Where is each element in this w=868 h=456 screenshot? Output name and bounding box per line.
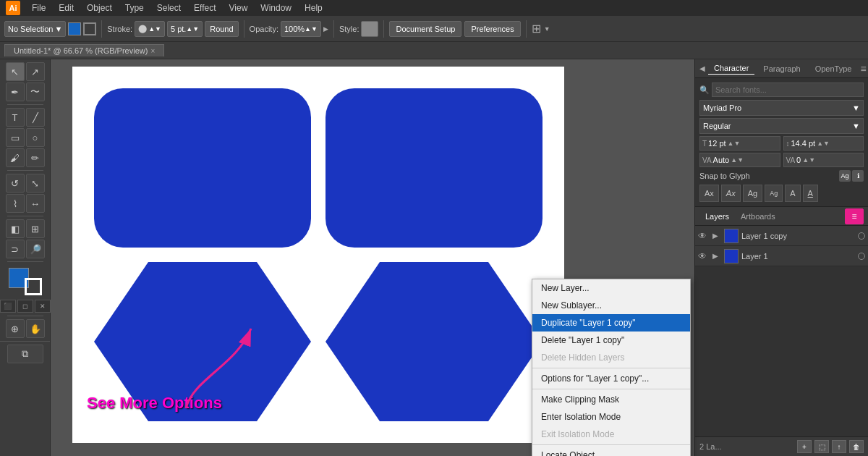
none-mode-tool[interactable]: ✕ [35,300,51,313]
kerning-field[interactable]: VA Auto ▲▼ [699,153,780,167]
ctx-delete-layer-copy[interactable]: Delete "Layer 1 copy" [532,332,690,349]
weight-box[interactable]: 5 pt. ▲▼ [167,21,203,37]
layers-menu-button[interactable]: ≡ [845,208,864,224]
style-box[interactable] [361,21,378,37]
ctx-new-layer[interactable]: New Layer... [532,279,690,297]
zoom-tool[interactable]: ⊕ [6,319,25,338]
tab-close-button[interactable]: × [150,47,155,55]
shape-hexagon-2[interactable] [326,262,542,421]
width-tool[interactable]: ↔ [26,194,45,213]
scale-tool[interactable]: ⤡ [26,174,45,193]
snap-icon-info[interactable]: ℹ [852,170,864,182]
recolor-tools-row: ⊃ 🔎 [6,240,45,258]
pencil-tool[interactable]: ✏ [26,148,45,167]
menu-help[interactable]: Help [299,1,328,14]
tab-artboards[interactable]: Artboards [735,211,781,222]
shape-rounded-rect-2[interactable] [326,88,542,248]
menu-object[interactable]: Object [81,1,118,14]
layer-target-copy[interactable] [858,232,865,240]
layer-item-copy[interactable]: 👁 ▶ Layer 1 copy [695,226,868,246]
artboard-tool[interactable]: ⧉ [7,345,43,363]
layer-expand-copy[interactable]: ▶ [712,232,721,240]
curvature-tool[interactable]: 〜 [26,83,45,101]
ctx-clipping-mask[interactable]: Make Clipping Mask [532,391,690,408]
layer-expand-1[interactable]: ▶ [712,252,721,260]
snap-icons: Ag ℹ [839,170,864,182]
transform-tools-row: ↺ ⤡ [6,174,45,193]
stroke-color-swatch[interactable] [83,22,96,35]
shape-hexagon-1[interactable] [94,262,311,421]
text-tool[interactable]: T [6,108,25,127]
ctx-enter-isolation[interactable]: Enter Isolation Mode [532,408,690,426]
select-tool[interactable]: ↖ [6,62,25,81]
ctx-options-layer[interactable]: Options for "Layer 1 copy"... [532,370,690,387]
panel-collapse-icon[interactable]: ◀ [699,64,705,72]
menu-effect[interactable]: Effect [188,1,221,14]
blend-tool[interactable]: ⊃ [6,240,25,258]
type-btn-a-sub[interactable]: A [803,185,818,202]
font-size-field[interactable]: T 12 pt ▲▼ [699,136,780,151]
leading-field[interactable]: ↕ 14.4 pt ▲▼ [783,136,864,151]
eyedropper-tool[interactable]: 🔎 [26,240,45,258]
new-layer-btn[interactable]: + [797,440,812,453]
menu-view[interactable]: View [224,1,254,14]
paint-tool[interactable]: 🖌 [6,148,25,167]
tracking-field[interactable]: VA 0 ▲▼ [783,153,864,167]
direct-select-tool[interactable]: ↗ [26,62,45,81]
font-dropdown[interactable]: Myriad Pro ▼ [699,100,864,116]
shape-rounded-rect-1[interactable] [94,88,311,248]
tab-character[interactable]: Character [708,62,754,75]
doc-setup-button[interactable]: Document Setup [389,21,461,37]
mesh-tool[interactable]: ⊞ [26,219,45,238]
tab-opentype[interactable]: OpenType [809,63,858,75]
type-btn-ag-small[interactable]: Ag [765,185,783,202]
ctx-new-sublayer[interactable]: New Sublayer... [532,297,690,314]
hand-tool[interactable]: ✋ [26,319,45,338]
ellipse-tool[interactable]: ○ [26,128,45,147]
menu-type[interactable]: Type [119,1,150,14]
menu-file[interactable]: File [26,1,51,14]
selection-dropdown[interactable]: No Selection ▼ [4,21,66,37]
font-search-input[interactable] [712,83,864,97]
layer-target-1[interactable] [858,253,865,260]
tool-separator-2 [7,170,43,171]
layers-panel-header: Layers Artboards ≡ [695,207,868,226]
type-btn-ax-sans[interactable]: Ax [721,185,741,202]
arrange-icon[interactable]: ⊞ [532,22,541,35]
panel-menu-icon[interactable]: ≡ [860,63,866,75]
stroke-box2[interactable] [25,278,42,295]
layer-item-1[interactable]: 👁 ▶ Layer 1 [695,246,868,266]
menu-select[interactable]: Select [151,1,187,14]
fill-color-swatch[interactable] [68,22,81,35]
rotate-tool[interactable]: ↺ [6,174,25,193]
menu-window[interactable]: Window [255,1,297,14]
rect-tool[interactable]: ▭ [6,128,25,147]
ctx-locate-object[interactable]: Locate Object [532,447,690,456]
warp-tool[interactable]: ⌇ [6,194,25,213]
snap-icon-ag[interactable]: Ag [839,170,851,182]
tab-layers[interactable]: Layers [699,211,735,222]
ctx-duplicate-layer[interactable]: Duplicate "Layer 1 copy" [532,314,690,332]
preferences-button[interactable]: Preferences [464,21,520,37]
delete-layer-btn[interactable]: 🗑 [849,440,864,453]
document-tab[interactable]: Untitled-1* @ 66.67 % (RGB/Preview) × [4,44,164,56]
layer-visibility-1[interactable]: 👁 [698,251,710,261]
layer-visibility-copy[interactable]: 👁 [698,231,710,241]
type-btn-ax-serif[interactable]: Ax [699,185,719,202]
cap-style[interactable]: Round [205,21,238,37]
tab-paragraph[interactable]: Paragraph [757,63,806,75]
color-mode-tool[interactable]: ⬛ [0,300,16,313]
type-btn-a-sup[interactable]: A [785,185,800,202]
menu-edit[interactable]: Edit [53,1,80,14]
right-panel: ◀ Character Paragraph OpenType ≡ × 🔍 Myr… [694,59,868,456]
pen-tool[interactable]: ✒ [6,83,25,101]
kerning-stepper: ▲▼ [731,156,744,164]
new-artboard-btn[interactable]: ⬚ [814,440,829,453]
type-btn-ag-caps[interactable]: Ag [743,185,762,202]
gradient-mode-tool[interactable]: ◻ [17,300,33,313]
line-tool[interactable]: ╱ [26,108,45,127]
move-to-btn[interactable]: ↑ [832,440,846,453]
style-dropdown[interactable]: Regular ▼ [699,118,864,134]
gradient-tool[interactable]: ◧ [6,219,25,238]
opacity-value[interactable]: 100% ▲▼ [281,21,321,37]
